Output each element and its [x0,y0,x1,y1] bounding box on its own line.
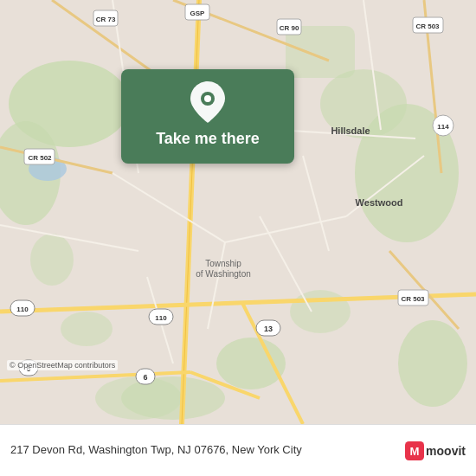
svg-text:Hillsdale: Hillsdale [331,125,370,136]
openstreetmap-credit: © OpenStreetMap contributors [7,360,118,370]
svg-text:110: 110 [155,314,167,322]
svg-text:110: 110 [16,306,29,313]
moovit-logo: M moovit [405,441,466,460]
moovit-icon: M [405,441,424,460]
svg-text:of Washington: of Washington [196,269,251,279]
svg-text:CR 90: CR 90 [280,24,299,32]
bottom-bar: 217 Devon Rd, Washington Twp, NJ 07676, … [0,424,476,476]
svg-text:GSP: GSP [190,10,206,17]
location-card: Take me there [121,69,294,164]
map-container: CR 73 GSP CR 90 CR 503 CR 502 114 Hillsd… [0,0,476,424]
svg-point-11 [290,290,351,333]
svg-point-5 [216,338,286,389]
svg-text:CR 502: CR 502 [28,154,52,162]
svg-point-9 [95,376,182,420]
svg-text:Township: Township [205,259,241,268]
svg-text:CR 503: CR 503 [415,23,440,30]
moovit-label: moovit [426,444,466,458]
svg-text:M: M [410,445,420,458]
svg-text:13: 13 [264,325,273,333]
svg-text:114: 114 [437,123,449,131]
svg-point-66 [204,95,211,102]
svg-text:Westwood: Westwood [356,197,403,208]
location-pin-icon [190,81,225,123]
address-text: 217 Devon Rd, Washington Twp, NJ 07676, … [10,443,400,458]
svg-text:6: 6 [143,373,147,382]
pin-icon-container [189,83,227,121]
take-me-there-button[interactable]: Take me there [156,128,260,150]
svg-text:CR 73: CR 73 [96,16,116,23]
svg-point-10 [61,312,113,346]
svg-text:CR 503: CR 503 [401,295,425,303]
svg-point-12 [30,234,74,286]
svg-point-7 [398,320,467,407]
